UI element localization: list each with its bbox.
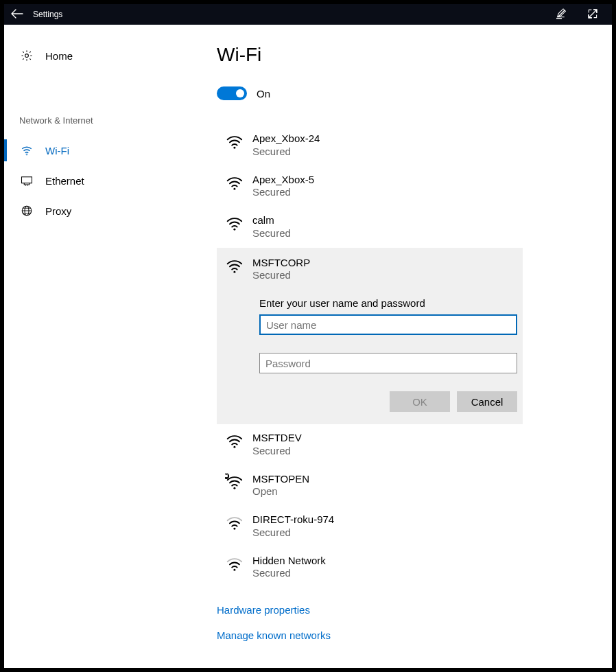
wifi-network-item[interactable]: Hidden NetworkSecured: [217, 547, 523, 588]
wifi-network-item[interactable]: Apex_Xbox-5Secured: [217, 166, 523, 207]
wifi-network-name: MSFTDEV: [252, 432, 302, 445]
titlebar: Settings: [4, 4, 612, 25]
wifi-network-name: MSFTCORP: [252, 257, 310, 270]
wifi-network-item[interactable]: MSFTOPENOpen: [217, 465, 523, 507]
sidebar: Home Network & Internet Wi-Fi Ethernet: [4, 25, 217, 668]
wifi-network-name: Hidden Network: [252, 555, 326, 568]
svg-point-0: [25, 54, 29, 58]
wifi-network-status: Secured: [252, 445, 302, 458]
wifi-network-item[interactable]: MSFTCORPSecuredEnter your user name and …: [217, 248, 523, 425]
wifi-toggle-label: On: [257, 88, 270, 100]
sidebar-item-label: Ethernet: [45, 175, 84, 187]
svg-point-1: [26, 154, 27, 155]
cancel-button[interactable]: Cancel: [457, 391, 517, 412]
ethernet-icon: [21, 174, 33, 187]
wifi-network-status: Secured: [252, 567, 326, 580]
wifi-network-status: Secured: [252, 526, 334, 540]
wifi-toggle[interactable]: [217, 86, 247, 100]
sidebar-home[interactable]: Home: [4, 44, 217, 67]
sidebar-category: Network & Internet: [4, 115, 217, 126]
wifi-signal-icon: [225, 555, 243, 572]
wifi-network-name: calm: [252, 214, 291, 227]
wifi-network-item[interactable]: Apex_Xbox-24Secured: [217, 125, 523, 166]
sidebar-item-proxy[interactable]: Proxy: [4, 196, 217, 226]
svg-point-9: [233, 446, 235, 448]
sidebar-home-label: Home: [45, 50, 73, 62]
wifi-network-status: Secured: [252, 227, 291, 240]
wifi-icon: [21, 144, 33, 157]
wifi-signal-icon: [225, 432, 243, 450]
wifi-network-list: Apex_Xbox-24SecuredApex_Xbox-5Securedcal…: [217, 125, 523, 588]
svg-point-10: [233, 487, 235, 489]
svg-point-8: [233, 270, 235, 273]
svg-point-6: [233, 187, 235, 189]
wifi-network-status: Open: [252, 485, 309, 498]
wifi-signal-icon: [225, 132, 243, 150]
window-title: Settings: [33, 10, 62, 19]
password-input[interactable]: [259, 353, 517, 373]
edit-icon[interactable]: [556, 8, 567, 21]
wifi-signal-icon: [225, 513, 243, 531]
gear-icon: [21, 49, 33, 62]
wifi-network-status: Secured: [252, 186, 314, 199]
svg-point-7: [233, 229, 235, 231]
wifi-network-item[interactable]: calmSecured: [217, 207, 523, 248]
svg-point-14: [233, 568, 235, 570]
manage-networks-link[interactable]: Manage known networks: [217, 623, 612, 648]
wifi-network-name: Apex_Xbox-5: [252, 174, 314, 187]
wifi-signal-icon: [225, 174, 243, 192]
sidebar-item-label: Wi-Fi: [45, 145, 69, 157]
svg-rect-12: [225, 474, 228, 476]
wifi-signal-icon: [225, 473, 243, 491]
fullscreen-icon[interactable]: [587, 8, 598, 21]
sidebar-item-wifi[interactable]: Wi-Fi: [4, 135, 217, 165]
wifi-network-status: Secured: [252, 269, 310, 282]
svg-rect-2: [22, 177, 32, 183]
wifi-signal-icon: [225, 257, 243, 275]
wifi-network-name: DIRECT-roku-974: [252, 513, 334, 526]
wifi-network-status: Secured: [252, 146, 320, 159]
wifi-network-name: Apex_Xbox-24: [252, 132, 320, 146]
username-input[interactable]: [259, 314, 517, 335]
svg-point-13: [233, 528, 235, 530]
wifi-signal-icon: [225, 214, 243, 232]
credentials-prompt: Enter your user name and password: [259, 297, 517, 309]
back-button[interactable]: [11, 9, 23, 21]
wifi-network-item[interactable]: DIRECT-roku-974Secured: [217, 506, 523, 547]
wifi-network-item[interactable]: MSFTDEVSecured: [217, 424, 523, 465]
wifi-network-name: MSFTOPEN: [252, 473, 309, 486]
ok-button[interactable]: OK: [390, 391, 450, 412]
hardware-properties-link[interactable]: Hardware properties: [217, 597, 612, 623]
svg-point-5: [233, 147, 235, 149]
sidebar-item-ethernet[interactable]: Ethernet: [4, 165, 217, 196]
main-panel: Wi-Fi On Apex_Xbox-24SecuredApex_Xbox-5S…: [217, 25, 612, 668]
globe-icon: [21, 205, 33, 217]
page-title: Wi-Fi: [217, 44, 612, 66]
sidebar-item-label: Proxy: [45, 205, 71, 217]
